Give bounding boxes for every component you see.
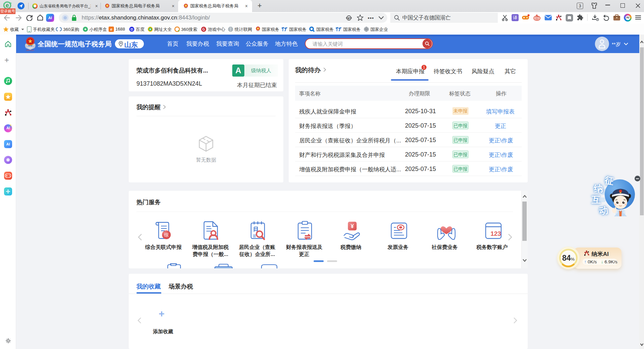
- svg-text:国家税务总局: 国家税务总局: [26, 49, 34, 51]
- svg-text:G: G: [202, 28, 205, 31]
- svg-text:综: 综: [164, 232, 169, 237]
- svg-text:¥: ¥: [351, 223, 354, 229]
- svg-text:123: 123: [490, 230, 501, 237]
